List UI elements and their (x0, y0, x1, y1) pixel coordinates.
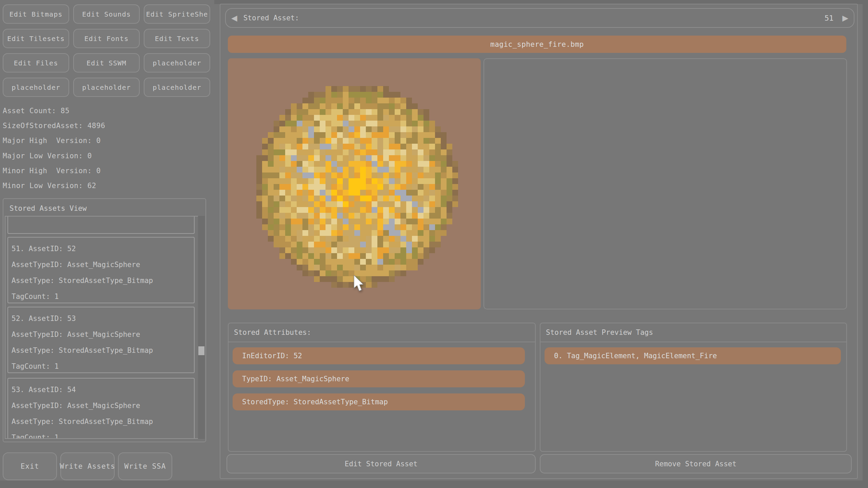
preview-tags-title: Stored Asset Preview Tags (546, 328, 653, 337)
edit-texts-button[interactable]: Edit Texts (144, 29, 210, 48)
stored-asset-panel: ◀ Stored Asset: 51 ▶ magic_sphere_fire.b… (220, 4, 858, 479)
asset-item-line: AssetType: StoredAssetType_Bitmap (12, 343, 194, 359)
edit-sswm-button[interactable]: Edit SSWM (73, 53, 140, 73)
assets-list-scrollbar[interactable] (198, 216, 205, 439)
stored-asset-header: ◀ Stored Asset: 51 ▶ (225, 8, 854, 28)
asset-item-line: 52. AssetID: 53 (12, 311, 194, 327)
asset-item-line: TagCount: 1 (12, 430, 194, 439)
right-margin (863, 0, 868, 488)
stored-attribute-pill[interactable]: StoredType: StoredAssetType_Bitmap (233, 393, 525, 410)
asset-filename-bar: magic_sphere_fire.bmp (228, 36, 846, 53)
asset-item-line: TagCount: 1 (12, 359, 194, 374)
exit-button[interactable]: Exit (3, 452, 57, 480)
panel-separator (540, 342, 846, 342)
edit-fonts-button[interactable]: Edit Fonts (73, 29, 140, 48)
stored-assets-list[interactable]: TagCount: 451. AssetID: 52AssetTypeID: A… (5, 216, 199, 439)
stored-assets-view-title: Stored Assets View (9, 204, 87, 212)
panel-separator (229, 342, 535, 342)
stored-asset-index: 51 (825, 14, 834, 22)
edit-stored-asset-button[interactable]: Edit Stored Asset (226, 454, 536, 473)
edit-files-button[interactable]: Edit Files (3, 53, 69, 73)
placeholder-button-11[interactable]: placeholder (144, 78, 210, 97)
asset-editor-window: Edit BitmapsEdit SoundsEdit SpriteSheEdi… (0, 0, 868, 488)
stored-attributes-panel: Stored Attributes: InEditorID: 52TypeID:… (228, 323, 536, 452)
asset-list-item[interactable]: 52. AssetID: 53AssetTypeID: Asset_MagicS… (7, 307, 195, 373)
stored-attribute-pill[interactable]: TypeID: Asset_MagicSphere (233, 370, 525, 387)
placeholder-button-8[interactable]: placeholder (144, 53, 210, 73)
stored-attributes-title: Stored Attributes: (234, 328, 311, 337)
asset-item-line: 51. AssetID: 52 (12, 241, 194, 257)
stat-line: Major Low Version: 0 (3, 152, 92, 160)
asset-list-item[interactable]: TagCount: 4 (7, 216, 195, 234)
asset-list-item[interactable]: 51. AssetID: 52AssetTypeID: Asset_MagicS… (7, 237, 195, 303)
stored-asset-header-label: Stored Asset: (243, 14, 299, 22)
preview-tag-pill[interactable]: 0. Tag_MagicElement, MagicElement_Fire (545, 347, 841, 364)
asset-item-line: TagCount: 4 (12, 216, 194, 220)
asset-item-line: 53. AssetID: 54 (12, 382, 194, 398)
next-asset-icon[interactable]: ▶ (842, 14, 848, 22)
edit-sounds-button[interactable]: Edit Sounds (73, 4, 140, 24)
asset-item-line: AssetTypeID: Asset_MagicSphere (12, 398, 194, 414)
preview-tags-panel: Stored Asset Preview Tags 0. Tag_MagicEl… (540, 323, 847, 452)
write-ssa-button[interactable]: Write SSA (118, 452, 172, 480)
stat-line: Asset Count: 85 (3, 107, 70, 115)
asset-list-item[interactable]: 53. AssetID: 54AssetTypeID: Asset_MagicS… (7, 378, 195, 439)
previous-asset-icon[interactable]: ◀ (231, 14, 237, 22)
assets-list-scroll-thumb[interactable] (198, 346, 204, 355)
edit-bitmaps-button[interactable]: Edit Bitmaps (3, 4, 69, 24)
asset-item-line: AssetTypeID: Asset_MagicSphere (12, 327, 194, 343)
stored-attribute-pill[interactable]: InEditorID: 52 (233, 347, 525, 364)
write-assets-button[interactable]: Write Assets (60, 452, 115, 480)
asset-item-line: AssetType: StoredAssetType_Bitmap (12, 414, 194, 430)
magic-sphere-bitmap (228, 58, 481, 309)
stored-assets-view-panel: Stored Assets View TagCount: 451. AssetI… (3, 198, 206, 442)
asset-preview-panel (228, 58, 481, 309)
asset-item-line: AssetType: StoredAssetType_Bitmap (12, 273, 194, 289)
asset-item-line: TagCount: 1 (12, 289, 194, 305)
placeholder-button-9[interactable]: placeholder (3, 78, 69, 97)
stat-line: Minor High Version: 0 (3, 167, 101, 175)
edit-spriteshe-button[interactable]: Edit SpriteShe (144, 4, 210, 24)
stat-line: Minor Low Version: 62 (3, 182, 96, 190)
asset-item-line: AssetTypeID: Asset_MagicSphere (12, 257, 194, 273)
bottom-margin (0, 481, 868, 488)
stat-line: SizeOfStoredAsset: 4896 (3, 122, 105, 130)
placeholder-button-10[interactable]: placeholder (73, 78, 140, 97)
edit-tilesets-button[interactable]: Edit Tilesets (3, 29, 69, 48)
asset-preview-secondary-panel (484, 58, 847, 309)
stat-line: Major High Version: 0 (3, 137, 101, 145)
remove-stored-asset-button[interactable]: Remove Stored Asset (540, 454, 852, 473)
